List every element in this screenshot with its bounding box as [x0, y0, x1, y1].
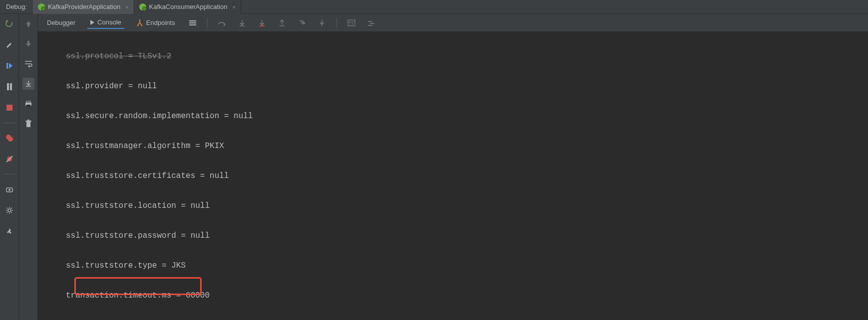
- run-tab-provider[interactable]: KafkaProviderApplication ×: [33, 0, 134, 14]
- run-tab-label: KafkaConsumerApplication: [149, 3, 228, 10]
- config-line: ssl.protocol = TLSv1.2: [47, 49, 868, 64]
- drop-frame-icon[interactable]: [296, 17, 307, 28]
- config-line: ssl.truststore.type = JKS: [47, 258, 868, 273]
- config-line: ssl.truststore.certificates = null: [47, 168, 868, 183]
- close-icon[interactable]: ×: [232, 4, 235, 10]
- spring-boot-icon: [38, 3, 45, 10]
- pin-tab-button[interactable]: [3, 225, 15, 237]
- view-breakpoints-button[interactable]: [3, 132, 15, 144]
- soft-wrap-button[interactable]: [22, 58, 34, 70]
- step-into-icon[interactable]: [237, 17, 248, 28]
- spring-boot-icon: [139, 3, 146, 10]
- force-step-into-icon[interactable]: [257, 17, 268, 28]
- console-output[interactable]: ssl.protocol = TLSv1.2 ssl.provider = nu…: [38, 32, 868, 320]
- step-over-icon[interactable]: [217, 17, 228, 28]
- tab-console[interactable]: Console: [87, 16, 124, 29]
- mute-breakpoints-button[interactable]: [3, 153, 15, 165]
- svg-rect-12: [26, 101, 30, 103]
- tab-endpoints[interactable]: Endpoints: [133, 17, 178, 28]
- svg-point-9: [8, 189, 10, 191]
- rerun-button[interactable]: [3, 18, 15, 30]
- svg-point-10: [8, 209, 11, 212]
- config-line: ssl.secure.random.implementation = null: [47, 109, 868, 124]
- separator: [207, 18, 208, 28]
- svg-rect-15: [25, 121, 31, 122]
- debug-left-toolbar: [0, 14, 19, 320]
- svg-rect-0: [6, 63, 8, 69]
- resume-button[interactable]: [3, 60, 15, 72]
- config-line: ssl.trustmanager.algorithm = PKIX: [47, 139, 868, 154]
- svg-point-18: [137, 24, 138, 26]
- svg-rect-13: [26, 105, 30, 107]
- debug-label: Debug:: [0, 3, 33, 10]
- debugger-tab-label: Debugger: [47, 19, 75, 26]
- endpoints-icon: [136, 19, 143, 26]
- pause-button[interactable]: [3, 81, 15, 93]
- config-line: ssl.provider = null: [47, 79, 868, 94]
- config-line: transactional.id = null: [47, 318, 868, 320]
- svg-point-5: [8, 137, 13, 142]
- close-icon[interactable]: ×: [125, 4, 128, 10]
- up-stack-button[interactable]: [22, 18, 34, 30]
- svg-point-19: [141, 24, 142, 26]
- svg-point-17: [139, 19, 140, 21]
- settings-button[interactable]: [3, 204, 15, 216]
- trace-current-stream-chain-icon[interactable]: [366, 17, 377, 28]
- print-button[interactable]: [22, 98, 34, 110]
- run-tab-label: KafkaProviderApplication: [48, 3, 120, 10]
- config-line: transaction.timeout.ms = 60000: [47, 288, 868, 303]
- evaluate-expression-icon[interactable]: [346, 17, 357, 28]
- config-line: ssl.truststore.password = null: [47, 228, 868, 243]
- clear-all-button[interactable]: [22, 118, 34, 130]
- separator: [3, 174, 15, 174]
- stop-button[interactable]: [3, 102, 15, 114]
- svg-rect-27: [348, 20, 355, 26]
- debug-tab-bar: Debug: KafkaProviderApplication × KafkaC…: [0, 0, 868, 14]
- svg-rect-1: [7, 83, 9, 90]
- thread-dump-button[interactable]: [3, 183, 15, 195]
- svg-rect-3: [6, 105, 12, 111]
- debug-sub-toolbar: Debugger Console Endpoints: [38, 14, 868, 32]
- run-tab-consumer[interactable]: KafkaConsumerApplication ×: [134, 0, 241, 14]
- separator: [336, 18, 337, 28]
- svg-rect-14: [26, 122, 30, 127]
- threads-view-icon[interactable]: [187, 17, 198, 28]
- console-toolbar: [19, 14, 38, 320]
- svg-rect-2: [10, 83, 12, 90]
- console-tab-label: Console: [97, 18, 121, 26]
- endpoints-tab-label: Endpoints: [146, 19, 175, 26]
- down-stack-button[interactable]: [22, 38, 34, 50]
- separator: [3, 123, 15, 123]
- run-to-cursor-icon[interactable]: [316, 17, 327, 28]
- svg-rect-16: [27, 120, 29, 121]
- config-line: ssl.truststore.location = null: [47, 198, 868, 213]
- modify-run-config-button[interactable]: [3, 39, 15, 51]
- step-out-icon[interactable]: [277, 17, 288, 28]
- scroll-to-end-button[interactable]: [22, 78, 34, 90]
- console-icon: [90, 20, 94, 25]
- tab-debugger[interactable]: Debugger: [44, 17, 78, 28]
